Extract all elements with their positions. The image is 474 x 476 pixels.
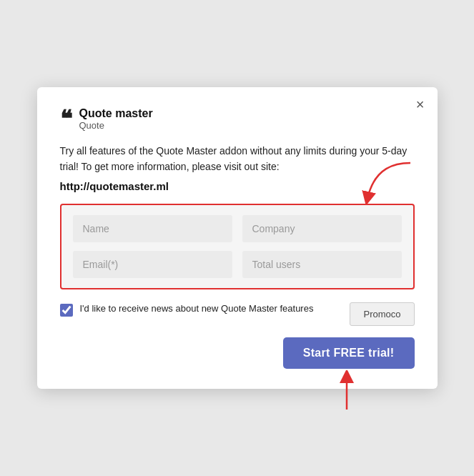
- form-row-1: [73, 215, 402, 242]
- registration-form: [60, 204, 415, 289]
- arrow-bottom-icon: [322, 370, 372, 413]
- start-trial-button[interactable]: Start FREE trial!: [283, 337, 415, 369]
- name-input[interactable]: [73, 215, 232, 242]
- promo-button[interactable]: Promoco: [350, 302, 414, 326]
- news-checkbox[interactable]: [60, 304, 73, 317]
- app-subtitle: Quote: [79, 120, 153, 131]
- email-input[interactable]: [73, 251, 232, 278]
- company-input[interactable]: [242, 215, 402, 242]
- total-users-input[interactable]: [242, 251, 402, 278]
- checkbox-label[interactable]: I'd like to receive news about new Quote…: [80, 302, 314, 316]
- form-row-2: [73, 251, 402, 278]
- quote-icon: ❝: [60, 107, 69, 130]
- form-wrapper: [60, 204, 415, 289]
- footer-row: I'd like to receive news about new Quote…: [60, 302, 415, 326]
- checkbox-group: I'd like to receive news about new Quote…: [60, 302, 340, 317]
- header-text: Quote master Quote: [79, 107, 153, 131]
- dialog: × ❝ Quote master Quote Try all features …: [37, 87, 438, 389]
- bottom-row: Start FREE trial!: [60, 337, 415, 369]
- close-button[interactable]: ×: [416, 97, 425, 111]
- app-title: Quote master: [79, 107, 153, 120]
- description-text: Try all features of the Quote Master add…: [60, 144, 415, 174]
- site-link[interactable]: http://quotemaster.ml: [60, 180, 415, 192]
- dialog-header: ❝ Quote master Quote: [60, 107, 415, 131]
- bottom-section: Start FREE trial!: [60, 337, 415, 369]
